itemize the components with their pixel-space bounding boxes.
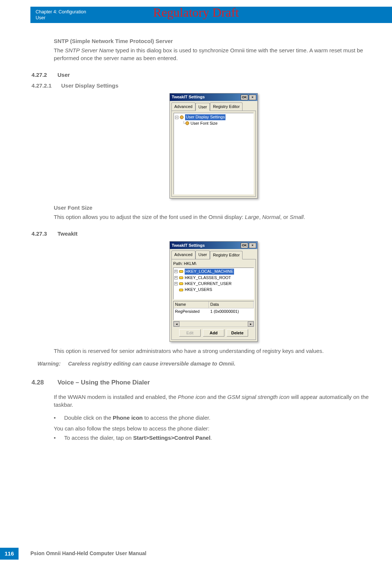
tree-expand-icon[interactable]: + <box>174 270 178 273</box>
tree-child-label: User Font Size <box>191 121 218 126</box>
tree-item[interactable]: + HKEY_CURRENT_USER <box>174 281 253 286</box>
registry-tree[interactable]: + HKEY_LOCAL_MACHINE + HKEY_CLASSES_ROOT… <box>173 268 254 299</box>
phone-icon-em: Phone icon <box>178 394 206 400</box>
section-title: TweakIt <box>57 230 78 238</box>
tab-strip: Advanced User Registry Editor <box>170 101 257 111</box>
text: If the WWAN modem is installed and enabl… <box>54 394 178 400</box>
tree-label: HKEY_USERS <box>185 287 212 292</box>
column-header-name[interactable]: Name <box>174 301 209 308</box>
tree-label: HKEY_CLASSES_ROOT <box>185 275 231 281</box>
tree-collapse-icon[interactable]: − <box>175 116 178 119</box>
voice-paragraph-2: You can also follow the steps below to a… <box>54 425 373 432</box>
tweakit-paragraph: This option is reserved for senior admin… <box>54 347 373 355</box>
close-button[interactable]: × <box>249 95 256 100</box>
normal-em: Normal <box>262 214 280 220</box>
edit-button[interactable]: Edit <box>179 329 201 337</box>
tree-label: HKEY_CURRENT_USER <box>185 281 232 286</box>
gear-icon <box>185 121 189 125</box>
text: . <box>304 214 305 220</box>
tab-advanced[interactable]: Advanced <box>171 250 195 259</box>
regulatory-draft-watermark: Regulatory Draft <box>0 4 392 22</box>
registry-path-label: Path: HKLM\ <box>173 261 254 266</box>
sntp-paragraph: The SNTP Server Name typed in this dialo… <box>54 46 373 62</box>
text: To access the dialer, tap on <box>64 435 133 441</box>
table-row[interactable]: RegPersisted 1 (0x00000001) <box>174 308 254 315</box>
dialog-body: − User Display Settings └ User Font Size <box>171 111 256 197</box>
text: , or <box>280 214 290 220</box>
section-number: 4.27.2.1 <box>32 82 61 89</box>
tab-registry-editor[interactable]: Registry Editor <box>210 251 243 259</box>
tree-expand-icon[interactable]: + <box>174 276 178 279</box>
voice-paragraph-1: If the WWAN modem is installed and enabl… <box>54 393 373 409</box>
key-icon <box>179 282 183 285</box>
dialog-title-bar: TweakIT Settings OK × <box>170 242 257 249</box>
large-em: Large <box>245 214 259 220</box>
tree-root-item[interactable]: − User Display Settings <box>175 114 252 120</box>
add-button[interactable]: Add <box>203 329 224 337</box>
phone-icon-bold: Phone icon <box>113 415 143 421</box>
warning-label: Warning: <box>37 360 61 367</box>
text: The <box>54 47 65 53</box>
section-title: Voice – Using the Phone Dialer <box>57 378 150 387</box>
page-footer: 116 Psion Omnii Hand-Held Computer User … <box>0 548 392 560</box>
cell-name: RegPersisted <box>174 308 209 315</box>
tab-strip: Advanced User Registry Editor <box>170 249 257 259</box>
tree-root-label: User Display Settings <box>185 114 225 120</box>
ok-button[interactable]: OK <box>241 243 248 248</box>
warning-text: Careless registry editing can cause irre… <box>68 360 235 367</box>
text: and the <box>206 394 227 400</box>
tab-registry-editor[interactable]: Registry Editor <box>210 102 243 111</box>
tab-advanced[interactable]: Advanced <box>171 102 195 111</box>
key-icon <box>179 289 183 291</box>
scroll-right-icon[interactable]: ▸ <box>248 321 254 327</box>
name-data-table[interactable]: Name Data RegPersisted 1 (0x00000001) <box>173 301 254 320</box>
sntp-heading: SNTP (Simple Network Time Protocol) Serv… <box>54 37 373 45</box>
bullet-icon: • <box>54 434 64 443</box>
warning-block: Warning: Careless registry editing can c… <box>32 360 373 368</box>
section-number: 4.27.3 <box>32 230 57 238</box>
section-number: 4.28 <box>32 378 57 387</box>
text: . <box>210 435 212 441</box>
close-button[interactable]: × <box>249 243 256 248</box>
delete-button[interactable]: Delete <box>227 329 248 337</box>
cell-data: 1 (0x00000001) <box>209 308 254 315</box>
section-number: 4.27.2 <box>32 71 57 79</box>
ok-button[interactable]: OK <box>241 95 248 100</box>
dialog-title: TweakIT Settings <box>172 94 205 100</box>
tree-expand-icon[interactable]: + <box>174 282 178 285</box>
key-icon <box>179 270 183 273</box>
tweakit-user-dialog: TweakIT Settings OK × Advanced User Regi… <box>169 93 258 199</box>
horizontal-scrollbar[interactable]: ◂ ▸ <box>173 321 254 327</box>
user-font-size-heading: User Font Size <box>54 204 373 212</box>
gsm-signal-em: GSM signal strength icon <box>227 394 290 400</box>
column-header-data[interactable]: Data <box>209 301 254 308</box>
key-icon <box>179 276 183 279</box>
page-number: 116 <box>0 548 19 560</box>
tree-connector-icon: └ <box>182 121 185 126</box>
footer-title: Psion Omnii Hand-Held Computer User Manu… <box>30 550 146 557</box>
section-title: User <box>57 71 70 79</box>
tab-user[interactable]: User <box>195 103 210 111</box>
tree-label: HKEY_LOCAL_MACHINE <box>185 269 234 274</box>
tab-user[interactable]: User <box>195 250 210 259</box>
scroll-left-icon[interactable]: ◂ <box>174 321 179 327</box>
tree-child-item[interactable]: └ User Font Size <box>175 121 252 126</box>
text: to access the phone dialer. <box>143 415 211 421</box>
small-em: Small <box>290 214 304 220</box>
bullet-item: • To access the dialer, tap on Start>Set… <box>54 434 373 443</box>
sntp-server-name-em: SNTP Server Name <box>65 47 114 53</box>
section-title: User Display Settings <box>61 82 118 89</box>
user-font-size-paragraph: This option allows you to adjust the siz… <box>54 213 373 221</box>
tree-item[interactable]: + HKEY_CLASSES_ROOT <box>174 275 253 281</box>
dialog-body: Path: HKLM\ + HKEY_LOCAL_MACHINE + HKEY_… <box>171 259 256 340</box>
nav-path-bold: Start>Settings>Control Panel <box>133 435 210 441</box>
tree-item[interactable]: HKEY_USERS <box>174 287 253 292</box>
dialog-title-bar: TweakIT Settings OK × <box>170 94 257 101</box>
bullet-icon: • <box>54 414 64 423</box>
text: , <box>259 214 262 220</box>
dialog-title: TweakIT Settings <box>172 243 205 248</box>
bullet-item: • Double click on the Phone icon to acce… <box>54 414 373 423</box>
text: This option allows you to adjust the siz… <box>54 214 245 220</box>
tree-item[interactable]: + HKEY_LOCAL_MACHINE <box>174 269 253 274</box>
tree-view[interactable]: − User Display Settings └ User Font Size <box>174 113 254 194</box>
